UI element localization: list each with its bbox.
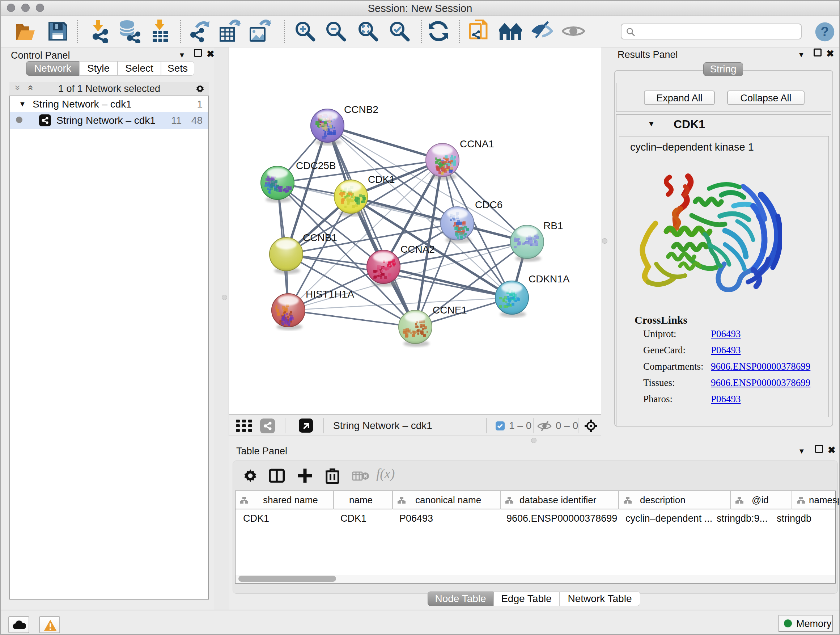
svg-text:CCNA2: CCNA2 — [401, 244, 435, 255]
svg-text:HIST1H1A: HIST1H1A — [306, 288, 354, 300]
svg-text:CCNE1: CCNE1 — [433, 304, 467, 316]
svg-text:CDC25B: CDC25B — [296, 160, 336, 171]
svg-text:CCNB1: CCNB1 — [303, 232, 337, 243]
svg-text:RB1: RB1 — [543, 220, 563, 231]
svg-text:CDKN1A: CDKN1A — [529, 273, 570, 285]
svg-text:CCNA1: CCNA1 — [460, 138, 494, 149]
svg-text:CDC6: CDC6 — [475, 199, 502, 211]
svg-text:CCNB2: CCNB2 — [344, 104, 378, 115]
svg-text:?: ? — [821, 24, 829, 39]
svg-text:CDK1: CDK1 — [368, 174, 395, 185]
